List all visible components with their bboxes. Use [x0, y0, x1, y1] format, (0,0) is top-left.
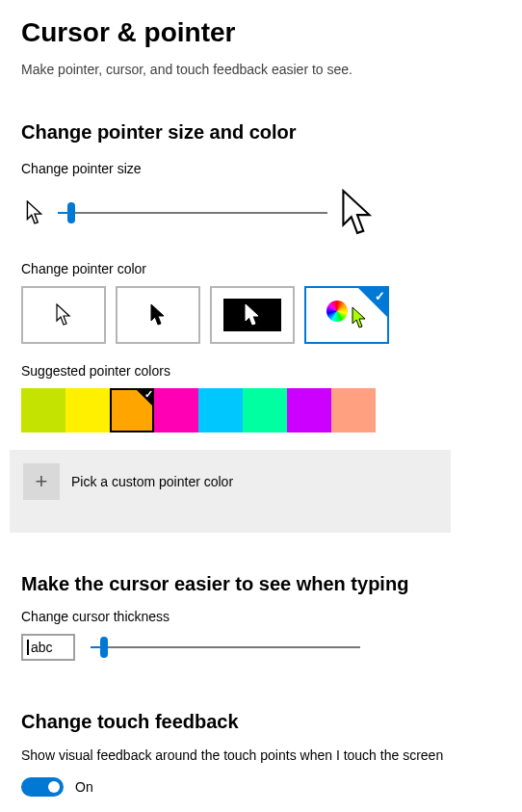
check-icon: ✓ — [375, 289, 385, 303]
pointer-size-preview-large-icon — [337, 186, 378, 240]
pointer-color-inverted-tile[interactable] — [210, 286, 295, 344]
suggested-color-swatch[interactable] — [65, 388, 110, 432]
pointer-color-label: Change pointer color — [21, 261, 501, 276]
suggested-color-swatch[interactable] — [287, 388, 331, 432]
suggested-colors-row: ✓ — [21, 388, 501, 432]
color-wheel-icon — [326, 301, 348, 322]
suggested-colors-label: Suggested pointer colors — [21, 363, 501, 379]
section-heading-cursor: Make the cursor easier to see when typin… — [21, 573, 501, 595]
cursor-thickness-preview: abc — [21, 634, 75, 661]
check-icon: ✓ — [144, 388, 153, 401]
pointer-size-preview-small-icon — [21, 197, 48, 228]
pointer-color-row: ✓ — [21, 286, 501, 344]
pointer-color-custom-tile[interactable]: ✓ — [304, 286, 389, 344]
touch-feedback-toggle-state: On — [75, 779, 93, 795]
suggested-color-swatch[interactable] — [198, 388, 243, 432]
touch-feedback-description: Show visual feedback around the touch po… — [21, 747, 474, 766]
cursor-thickness-sample-text: abc — [31, 640, 53, 655]
touch-feedback-toggle[interactable] — [21, 777, 64, 797]
suggested-color-swatch[interactable] — [154, 388, 198, 432]
pointer-color-white-tile[interactable] — [21, 286, 106, 344]
cursor-thickness-label: Change cursor thickness — [21, 609, 501, 624]
page-subtitle: Make pointer, cursor, and touch feedback… — [21, 62, 501, 77]
section-heading-touch: Change touch feedback — [21, 711, 501, 733]
cursor-thickness-slider[interactable] — [91, 636, 360, 659]
section-heading-size-color: Change pointer size and color — [21, 121, 501, 144]
pick-custom-color-button[interactable]: + Pick a custom pointer color — [23, 463, 437, 500]
cursor-black-icon — [150, 303, 166, 327]
suggested-color-swatch[interactable] — [243, 388, 287, 432]
plus-icon: + — [23, 463, 60, 500]
suggested-color-swatch[interactable] — [21, 388, 65, 432]
pointer-size-label: Change pointer size — [21, 161, 501, 176]
cursor-inverted-icon — [245, 303, 260, 327]
suggested-color-swatch[interactable]: ✓ — [110, 388, 154, 432]
custom-color-area: + Pick a custom pointer color — [10, 450, 451, 533]
pick-custom-color-label: Pick a custom pointer color — [71, 474, 233, 489]
pointer-color-black-tile[interactable] — [116, 286, 200, 344]
suggested-color-swatch[interactable] — [331, 388, 376, 432]
page-title: Cursor & pointer — [21, 17, 501, 48]
pointer-size-slider[interactable] — [58, 201, 327, 224]
cursor-white-icon — [56, 303, 71, 327]
